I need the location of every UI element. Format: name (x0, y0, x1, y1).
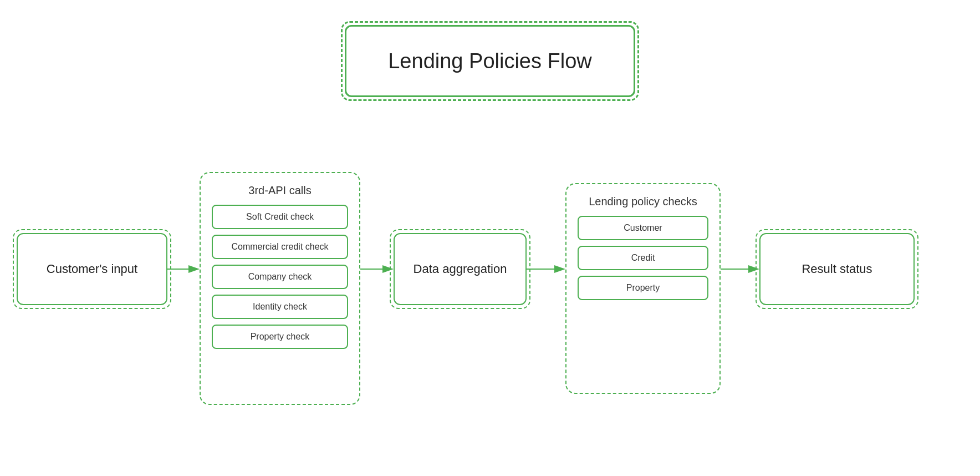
api-container-title: 3rd-API calls (212, 184, 348, 197)
policy-container-title: Lending policy checks (578, 195, 708, 208)
title-box: Lending Policies Flow (345, 25, 635, 97)
result-status-label: Result status (796, 256, 877, 282)
policy-item-customer: Customer (578, 216, 708, 240)
api-item-company: Company check (212, 265, 348, 289)
canvas: Lending Policies Flow Customer's input 3… (0, 0, 980, 476)
api-item-property: Property check (212, 325, 348, 349)
customers-input-box: Customer's input (17, 233, 167, 305)
policy-item-property: Property (578, 276, 708, 300)
data-aggregation-label: Data aggregation (408, 256, 513, 282)
data-aggregation-box: Data aggregation (394, 233, 527, 305)
api-item-commercial-credit: Commercial credit check (212, 235, 348, 259)
title-text: Lending Policies Flow (388, 49, 592, 73)
customers-input-label: Customer's input (41, 256, 143, 282)
api-item-identity: Identity check (212, 295, 348, 319)
result-status-box: Result status (759, 233, 915, 305)
policy-item-credit: Credit (578, 246, 708, 270)
api-item-soft-credit: Soft Credit check (212, 205, 348, 229)
api-calls-container: 3rd-API calls Soft Credit check Commerci… (200, 172, 360, 405)
policy-checks-container: Lending policy checks Customer Credit Pr… (565, 183, 721, 394)
